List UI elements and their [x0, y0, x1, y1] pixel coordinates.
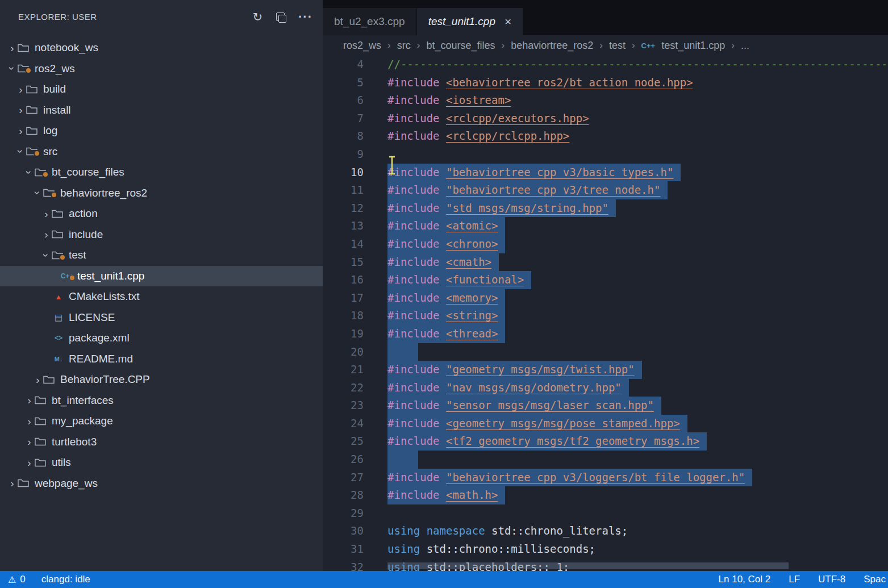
line-number: 29	[323, 504, 364, 523]
tree-item-label: CMakeLists.txt	[69, 290, 140, 303]
code-line[interactable]: 19#include <thread>	[323, 325, 888, 343]
tree-item[interactable]: README.md	[0, 349, 323, 370]
code-line[interactable]: 5#include <behaviortree_ros2/bt_action_n…	[323, 74, 888, 92]
code-line[interactable]: 4//-------------------------------------…	[323, 56, 888, 74]
code-line[interactable]: 17#include <memory>	[323, 289, 888, 307]
tree-item-label: webpage_ws	[35, 477, 98, 490]
collapse-folders-icon[interactable]	[276, 10, 285, 23]
tree-item[interactable]: ›behaviortree_ros2	[0, 183, 323, 204]
code-line[interactable]: 13#include <atomic>	[323, 217, 888, 235]
code-line[interactable]: 14#include <chrono>	[323, 235, 888, 253]
tree-item[interactable]: ›test	[0, 245, 323, 266]
code-line[interactable]: 11#include "behaviortree_cpp_v3/tree_nod…	[323, 181, 888, 199]
line-number: 6	[323, 91, 364, 110]
tree-item[interactable]: ›install	[0, 100, 323, 121]
code-line[interactable]: 7#include <rclcpp/executors.hpp>	[323, 110, 888, 128]
tree-item[interactable]: package.xml	[0, 328, 323, 349]
code-line[interactable]: 18#include <string>	[323, 307, 888, 325]
tree-item-label: turtlebot3	[52, 436, 97, 448]
tab-bar: bt_u2_ex3.cpptest_unit1.cpp×	[323, 0, 888, 35]
code-line-text: using std::chrono::milliseconds;	[387, 540, 595, 558]
line-number: 30	[323, 522, 364, 540]
code-line[interactable]: 27#include "behaviortree_cpp_v3/loggers/…	[323, 469, 888, 487]
tree-item[interactable]: CMakeLists.txt	[0, 286, 323, 307]
tree-item[interactable]: ›utils	[0, 452, 323, 473]
code-line[interactable]: 25#include <tf2_geometry_msgs/tf2_geomet…	[323, 432, 888, 451]
chevron-right-icon: ›	[15, 126, 26, 136]
line-number: 20	[323, 343, 364, 361]
line-number: 4	[323, 56, 364, 74]
refresh-icon[interactable]: ↻	[252, 10, 262, 23]
breadcrumb-item[interactable]: src	[397, 40, 411, 52]
code-line[interactable]: 24#include <geometry_msgs/msg/pose_stamp…	[323, 415, 888, 433]
code-line[interactable]: 30using namespace std::chrono_literals;	[323, 522, 888, 540]
tree-item[interactable]: ›ros2_ws	[0, 59, 323, 80]
eol-indicator[interactable]: LF	[789, 574, 800, 585]
tree-item-label: build	[43, 83, 66, 95]
breadcrumb-item[interactable]: bt_course_files	[426, 40, 495, 52]
tree-item[interactable]: LICENSE	[0, 307, 323, 328]
chevron-right-icon: ›	[32, 374, 43, 385]
close-icon[interactable]: ×	[505, 15, 511, 28]
code-line[interactable]: 6#include <iostream>	[323, 91, 888, 110]
code-line[interactable]: 26	[323, 451, 888, 469]
code-line-text	[387, 451, 418, 469]
code-line[interactable]: 15#include <cmath>	[323, 253, 888, 272]
tree-item-label: bt_course_files	[52, 166, 124, 178]
tree-item[interactable]: ›webpage_ws	[0, 473, 323, 494]
tree-item[interactable]: ›action	[0, 203, 323, 224]
encoding-indicator[interactable]: UTF-8	[818, 574, 845, 585]
code-line[interactable]: 8#include <rclcpp/rclcpp.hpp>	[323, 127, 888, 145]
code-line[interactable]: 21#include "geometry_msgs/msg/twist.hpp"	[323, 361, 888, 379]
code-line[interactable]: 23#include "sensor_msgs/msg/laser_scan.h…	[323, 397, 888, 415]
code-line-text: #include "sensor_msgs/msg/laser_scan.hpp…	[387, 397, 661, 415]
breadcrumb-file[interactable]: test_unit1.cpp	[661, 40, 725, 52]
code-line-text: #include "behaviortree_cpp_v3/basic_type…	[387, 164, 681, 182]
editor-tab[interactable]: test_unit1.cpp×	[417, 8, 524, 35]
folder-icon	[18, 44, 30, 52]
indentation-indicator[interactable]: Spac	[864, 574, 886, 585]
code-line[interactable]: 12#include "std_msgs/msg/string.hpp"	[323, 199, 888, 218]
code-token: #include	[387, 166, 446, 178]
code-line[interactable]: 31using std::chrono::milliseconds;	[323, 540, 888, 558]
cursor-position[interactable]: Ln 10, Col 2	[719, 574, 771, 585]
tree-item[interactable]: ›BehaviorTree.CPP	[0, 369, 323, 390]
code-line[interactable]: 9	[323, 145, 888, 164]
breadcrumb-item[interactable]: ros2_ws	[343, 40, 381, 52]
folder-icon	[35, 417, 47, 426]
clangd-status[interactable]: clangd: idle	[41, 574, 90, 585]
code-editor[interactable]: 4//-------------------------------------…	[323, 56, 888, 571]
horizontal-scrollbar[interactable]	[387, 562, 789, 569]
code-line[interactable]: 16#include <functional>	[323, 271, 888, 289]
code-line[interactable]: 28#include <math.h>	[323, 486, 888, 504]
breadcrumb-item[interactable]: behaviortree_ros2	[511, 40, 593, 52]
code-line[interactable]: 10#include "behaviortree_cpp_v3/basic_ty…	[323, 164, 888, 182]
breadcrumb-more[interactable]: ...	[741, 40, 749, 52]
code-line[interactable]: 29	[323, 504, 888, 523]
file-tree: ›notebook_ws›ros2_ws›build›install›log›s…	[0, 33, 323, 494]
line-number: 12	[323, 199, 364, 218]
code-token: #include	[387, 471, 446, 483]
tree-item[interactable]: ›turtlebot3	[0, 432, 323, 453]
tree-item[interactable]: ›build	[0, 79, 323, 100]
tree-item[interactable]: ›src	[0, 141, 323, 162]
folder-icon	[52, 230, 64, 239]
tree-item[interactable]: ›my_package	[0, 411, 323, 432]
code-line-text: #include <behaviortree_ros2/bt_action_no…	[387, 74, 693, 92]
tree-item[interactable]: ›bt_interfaces	[0, 390, 323, 411]
code-token: #include	[387, 381, 446, 394]
code-line[interactable]: 22#include "nav_msgs/msg/odometry.hpp"	[323, 379, 888, 397]
problems-indicator[interactable]: ⚠0	[8, 574, 26, 585]
code-line[interactable]: 20	[323, 343, 888, 361]
tree-item[interactable]: ›log	[0, 120, 323, 141]
breadcrumb-separator-icon: ›	[387, 40, 391, 51]
more-actions-icon[interactable]: ···	[298, 10, 312, 23]
editor-tab[interactable]: bt_u2_ex3.cpp	[323, 8, 417, 35]
tree-item[interactable]: ›include	[0, 224, 323, 245]
tree-item[interactable]: test_unit1.cpp	[0, 266, 323, 287]
line-number: 22	[323, 379, 364, 397]
breadcrumb-item[interactable]: test	[609, 40, 626, 52]
tree-item-label: BehaviorTree.CPP	[60, 373, 150, 386]
tree-item[interactable]: ›notebook_ws	[0, 37, 323, 59]
tree-item[interactable]: ›bt_course_files	[0, 162, 323, 183]
